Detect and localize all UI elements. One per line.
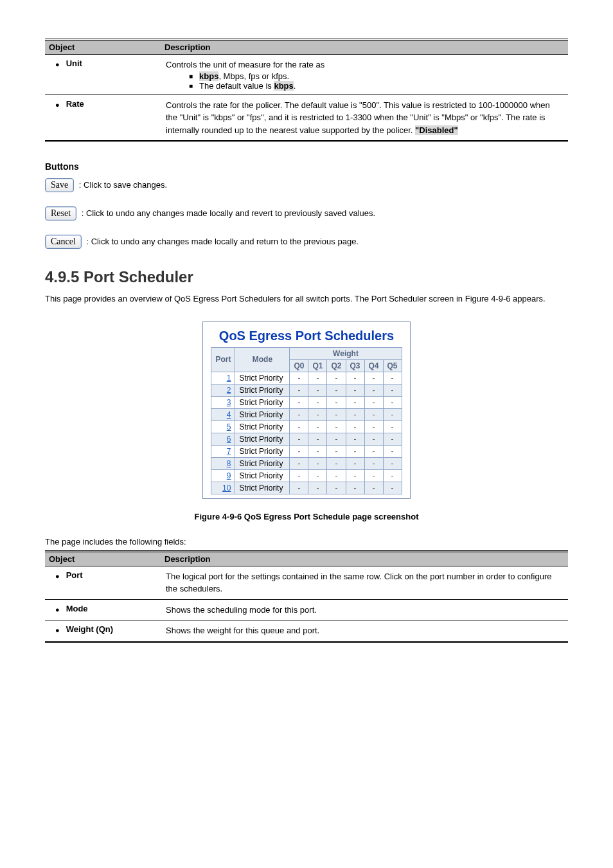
col-description-header: Description xyxy=(161,40,568,55)
col-object-header: Object xyxy=(45,40,161,55)
qos-weight-cell: - xyxy=(308,482,327,494)
weight-desc: Shows the weight for this queue and port… xyxy=(166,624,563,637)
qos-row: 3Strict Priority------ xyxy=(211,396,402,408)
qos-port-link[interactable]: 3 xyxy=(227,398,231,407)
qos-weight-cell: - xyxy=(383,372,402,384)
qos-weight-cell: - xyxy=(383,384,402,396)
qos-col-port: Port xyxy=(211,347,235,372)
save-button[interactable]: Save xyxy=(45,178,74,192)
square-bullet-icon: ■ xyxy=(189,73,193,80)
qos-weight-cell: - xyxy=(364,408,383,420)
qos-mode-cell: Strict Priority xyxy=(235,482,290,494)
qos-port-link[interactable]: 2 xyxy=(227,386,231,395)
qos-weight-cell: - xyxy=(364,372,383,384)
bullet-icon: ● xyxy=(55,572,60,580)
qos-col-q2: Q2 xyxy=(327,359,346,372)
unit-desc-line3: The default value is kbps. xyxy=(199,81,296,91)
qos-weight-cell: - xyxy=(346,445,364,457)
bullet-icon: ● xyxy=(55,101,60,109)
qos-col-mode: Mode xyxy=(235,347,290,372)
bullet-icon: ● xyxy=(55,606,60,613)
qos-weight-cell: - xyxy=(308,372,327,384)
unit-desc-line1: Controls the unit of measure for the rat… xyxy=(166,59,563,71)
qos-port-link[interactable]: 4 xyxy=(227,410,231,419)
qos-weight-cell: - xyxy=(383,396,402,408)
qos-port-link[interactable]: 1 xyxy=(227,374,231,383)
qos-port-link[interactable]: 9 xyxy=(227,471,231,480)
rate-label: Rate xyxy=(66,99,84,109)
qos-port-link[interactable]: 7 xyxy=(227,447,231,456)
qos-mode-cell: Strict Priority xyxy=(235,384,290,396)
qos-weight-cell: - xyxy=(346,469,364,482)
qos-weight-cell: - xyxy=(327,384,346,396)
qos-weight-cell: - xyxy=(308,396,327,408)
qos-weight-cell: - xyxy=(364,433,383,445)
qos-weight-cell: - xyxy=(290,420,308,433)
qos-row: 2Strict Priority------ xyxy=(211,384,402,396)
qos-weight-cell: - xyxy=(308,420,327,433)
qos-weight-cell: - xyxy=(364,396,383,408)
qos-weight-cell: - xyxy=(346,384,364,396)
qos-weight-cell: - xyxy=(290,372,308,384)
qos-mode-cell: Strict Priority xyxy=(235,408,290,420)
cancel-button[interactable]: Cancel xyxy=(45,235,82,249)
qos-weight-cell: - xyxy=(290,408,308,420)
figure-caption: Figure 4-9-6 QoS Egress Port Schedule pa… xyxy=(45,512,568,521)
qos-weight-cell: - xyxy=(364,482,383,494)
qos-col-q4: Q4 xyxy=(364,359,383,372)
qos-weight-cell: - xyxy=(290,482,308,494)
qos-col-q1: Q1 xyxy=(308,359,327,372)
object-description-table-2: Object Description ●Port The logical por… xyxy=(45,550,568,643)
qos-port-link[interactable]: 6 xyxy=(227,435,231,444)
qos-weight-cell: - xyxy=(327,408,346,420)
cancel-button-desc: : Click to undo any changes made locally… xyxy=(87,237,359,246)
qos-port-link[interactable]: 8 xyxy=(227,459,231,468)
qos-weight-cell: - xyxy=(290,384,308,396)
col-object-header: Object xyxy=(45,551,161,566)
qos-row: 6Strict Priority------ xyxy=(211,433,402,445)
object-description-table-1: Object Description ●Unit Controls the un… xyxy=(45,39,568,142)
qos-weight-cell: - xyxy=(290,469,308,482)
qos-weight-cell: - xyxy=(290,445,308,457)
qos-port-link[interactable]: 5 xyxy=(227,422,231,431)
buttons-heading: Buttons xyxy=(45,161,568,172)
bullet-icon: ● xyxy=(55,626,60,634)
qos-mode-cell: Strict Priority xyxy=(235,457,290,469)
bullet-icon: ● xyxy=(55,60,60,68)
qos-weight-cell: - xyxy=(346,420,364,433)
qos-mode-cell: Strict Priority xyxy=(235,445,290,457)
qos-weight-cell: - xyxy=(290,396,308,408)
qos-weight-cell: - xyxy=(364,457,383,469)
qos-weight-cell: - xyxy=(308,408,327,420)
port-label: Port xyxy=(66,570,83,580)
square-bullet-icon: ■ xyxy=(189,82,193,89)
qos-row: 10Strict Priority------ xyxy=(211,482,402,494)
qos-weight-cell: - xyxy=(383,433,402,445)
qos-row: 8Strict Priority------ xyxy=(211,457,402,469)
qos-weight-cell: - xyxy=(327,445,346,457)
qos-weight-cell: - xyxy=(346,433,364,445)
section-intro: This page provides an overview of QoS Eg… xyxy=(45,293,568,306)
qos-row: 4Strict Priority------ xyxy=(211,408,402,420)
qos-row: 5Strict Priority------ xyxy=(211,420,402,433)
qos-weight-cell: - xyxy=(346,457,364,469)
save-button-desc: : Click to save changes. xyxy=(79,180,167,190)
qos-row: 7Strict Priority------ xyxy=(211,445,402,457)
qos-weight-cell: - xyxy=(290,433,308,445)
mode-label: Mode xyxy=(66,604,88,613)
qos-weight-cell: - xyxy=(383,482,402,494)
qos-mode-cell: Strict Priority xyxy=(235,433,290,445)
qos-weight-cell: - xyxy=(346,396,364,408)
qos-weight-cell: - xyxy=(308,457,327,469)
qos-weight-cell: - xyxy=(364,420,383,433)
reset-button[interactable]: Reset xyxy=(45,206,76,221)
qos-weight-cell: - xyxy=(383,420,402,433)
qos-mode-cell: Strict Priority xyxy=(235,469,290,482)
qos-schedulers-panel: QoS Egress Port Schedulers Port Mode Wei… xyxy=(202,321,410,499)
qos-row: 9Strict Priority------ xyxy=(211,469,402,482)
qos-weight-cell: - xyxy=(327,396,346,408)
qos-port-link[interactable]: 10 xyxy=(222,484,231,493)
qos-col-weight: Weight xyxy=(290,347,402,359)
qos-weight-cell: - xyxy=(364,445,383,457)
unit-desc-line2: kbps, Mbps, fps or kfps. xyxy=(199,71,289,81)
